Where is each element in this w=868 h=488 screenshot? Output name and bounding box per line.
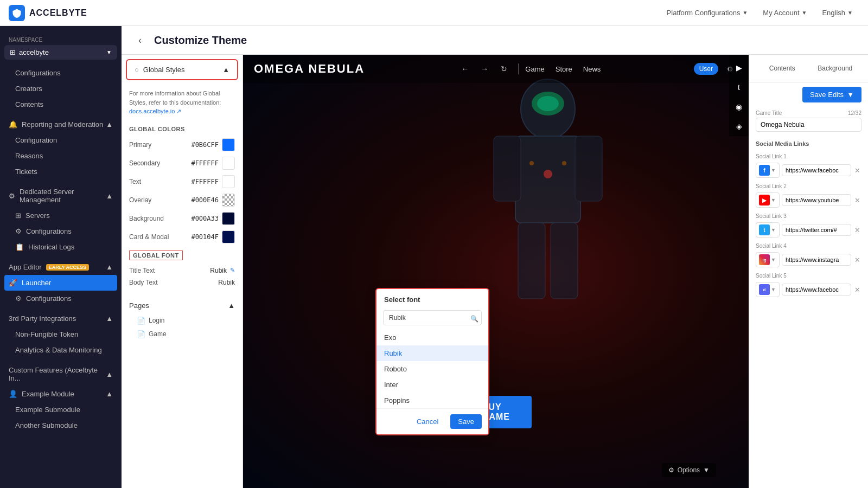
social-link-3-input[interactable] [782,224,851,236]
color-swatch-secondary[interactable] [222,157,235,170]
back-button[interactable]: ‹ [132,33,148,48]
social-link-2-input[interactable] [782,194,851,206]
font-select-modal: Select font 🔍 Exo Rubik Roboto Inter Pop… [375,288,489,435]
font-item-poppins[interactable]: Poppins [376,393,488,408]
tab-contents[interactable]: Contents [756,59,809,78]
sidebar-item-servers[interactable]: ⊞Servers [0,208,122,223]
language-btn[interactable]: English ▼ [815,5,859,20]
color-swatch-overlay[interactable] [222,194,235,207]
section-app-editor-header[interactable]: App Editor EARLY ACCESS ▲ [0,259,122,275]
page-item-login[interactable]: 📄 Login [122,314,242,328]
options-area: ⚙ Options ▼ [662,463,716,477]
preview-social-yt[interactable]: ▶ [729,58,749,78]
sidebar-item-nft[interactable]: Non-Fungible Token [0,326,122,342]
platform-config-btn[interactable]: Platform Configurations ▼ [660,5,755,20]
color-swatch-text[interactable] [222,175,235,188]
font-item-inter[interactable]: Inter [376,377,488,393]
search-icon: 🔍 [470,315,478,323]
namespace-chevron: ▼ [106,49,112,55]
page-title: Customize Theme [154,34,247,47]
tab-background[interactable]: Background [809,59,862,78]
color-row-secondary: Secondary #FFFFFF [122,154,242,172]
preview-social-discord[interactable]: ◈ [729,117,749,136]
sidebar-item-ds-config[interactable]: ⚙Configurations [0,223,122,239]
namespace-select[interactable]: ⊞ accelbyte ▼ [4,45,117,60]
social-link-1-label: Social Link 1 [749,150,868,160]
refresh-btn[interactable]: ↻ [496,61,512,76]
sidebar-item-tickets[interactable]: Tickets [0,164,122,179]
font-save-button[interactable]: Save [450,414,482,429]
sidebar-item-another-sub[interactable]: Another Submodule [0,418,122,433]
preview-content: OMEGA NEBULA ← → ↻ Game Store News [243,55,749,488]
social-link-1-input[interactable] [782,164,851,176]
font-item-exo[interactable]: Exo [376,330,488,345]
top-nav: ACCELBYTE Platform Configurations ▼ My A… [0,0,868,26]
top-nav-right: Platform Configurations ▼ My Account ▼ E… [660,5,859,20]
social-link-4-input[interactable] [782,254,851,266]
doc-link[interactable]: docs.accelbyte.io ↗ [129,108,181,114]
sidebar-item-creators[interactable]: Creators [0,81,122,97]
logo-text: ACCELBYTE [29,8,87,18]
game-title-input[interactable] [756,118,861,132]
sidebar-item-historical[interactable]: 📋Historical Logs [0,239,122,255]
color-swatch-card[interactable] [222,230,235,243]
edit-font-icon[interactable]: ✎ [230,267,235,274]
options-btn[interactable]: ⚙ Options ▼ [662,463,716,477]
social-media-title: Social Media Links [749,135,868,150]
social-link-4-remove[interactable]: ✕ [853,256,861,264]
social-link-5-input[interactable] [782,284,851,296]
page-icon-game: 📄 [137,330,145,338]
nav-game[interactable]: Game [525,65,544,73]
section-server-header[interactable]: ⚙ Dedicated Server Management ▲ [0,184,122,208]
right-panel: Contents Background Save Edits ▼ [749,55,868,488]
color-swatch-background[interactable] [222,212,235,225]
account-btn[interactable]: My Account ▼ [756,5,813,20]
section-custom-header[interactable]: Custom Features (Accelbyte In... ▲ [0,362,122,386]
prev-btn[interactable]: ← [457,61,473,76]
nav-store[interactable]: Store [556,65,572,73]
next-btn[interactable]: → [477,61,492,76]
social-link-1-remove[interactable]: ✕ [853,166,861,175]
editor-layout: ○ Global Styles ▲ For more information a… [122,55,868,488]
sidebar-item-configurations[interactable]: Configurations [0,65,122,81]
pages-header[interactable]: Pages ▲ [122,297,242,314]
section-reporting-header[interactable]: 🔔 Reporting and Moderation ▲ [0,117,122,132]
page-item-game[interactable]: 📄 Game [122,328,242,341]
font-cancel-button[interactable]: Cancel [409,414,446,429]
font-search-input[interactable] [383,310,482,325]
color-row-card: Card & Modal #00104F [122,228,242,246]
sidebar-item-rconfig[interactable]: Configuration [0,132,122,148]
font-list: Exo Rubik Roboto Inter Poppins [376,330,488,408]
pages-section: Pages ▲ 📄 Login 📄 Game [122,293,242,345]
social-link-3-remove[interactable]: ✕ [853,226,861,234]
font-modal-actions: Cancel Save [376,408,488,434]
sidebar-item-analytics[interactable]: Analytics & Data Monitoring [0,342,122,358]
section-example-module[interactable]: 👤 Example Module ▲ [0,386,122,402]
social-link-2-remove[interactable]: ✕ [853,196,861,204]
font-item-roboto[interactable]: Roboto [376,361,488,377]
preview-social-ig[interactable]: ◉ [729,97,749,117]
main-layout: NAMESPACE ⊞ accelbyte ▼ Configurations C… [0,26,868,488]
nav-divider [518,63,519,74]
global-styles-header[interactable]: ○ Global Styles ▲ [126,59,238,80]
sidebar-item-launcher[interactable]: 🚀Launcher [4,275,117,291]
sidebar-item-contents[interactable]: Contents [0,97,122,112]
social-link-5: d ▼ ✕ [749,280,868,299]
sidebar-item-example-sub[interactable]: Example Submodule [0,402,122,418]
social-link-5-remove[interactable]: ✕ [853,286,861,294]
save-edits-button[interactable]: Save Edits ▼ [802,87,861,102]
user-badge[interactable]: User [694,63,718,75]
nav-news[interactable]: News [583,65,601,73]
right-panel-tabs: Contents Background [756,59,861,78]
section-3rdparty-header[interactable]: 3rd Party Integrations ▲ [0,311,122,326]
font-row-body: Body Text Rubik [129,277,235,288]
font-item-rubik[interactable]: Rubik [376,345,488,361]
platform-icon-fb: f [759,165,770,176]
sidebar-item-ae-config[interactable]: ⚙Configurations [0,291,122,306]
color-swatch-primary[interactable] [222,138,235,151]
sidebar-item-reasons[interactable]: Reasons [0,148,122,164]
page-header: ‹ Customize Theme [122,26,868,55]
preview-social-tw[interactable]: t [729,78,749,97]
section-app-editor: App Editor EARLY ACCESS ▲ 🚀Launcher ⚙Con… [0,259,122,306]
chevron-up-icon: ▲ [222,66,229,74]
